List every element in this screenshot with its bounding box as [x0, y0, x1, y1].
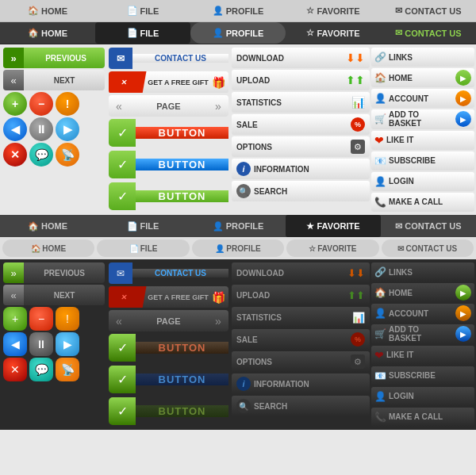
dark-add-button[interactable]: + — [3, 307, 27, 331]
bubble-contact-icon: ✉ — [397, 244, 404, 253]
home-link[interactable]: 🏠 HOME ▶ — [371, 68, 474, 87]
bubble-home[interactable]: 🏠 HOME — [2, 239, 94, 257]
bubble-profile-label: PROFILE — [226, 244, 260, 253]
chat-button[interactable]: 💬 — [29, 143, 53, 167]
search-item[interactable]: 🔍 SEARCH — [232, 181, 370, 201]
button-green[interactable]: ✓ BUTTON — [109, 182, 228, 210]
dark-chat-button[interactable]: 💬 — [29, 358, 53, 381]
minus-button[interactable]: − — [29, 92, 53, 116]
basket-label: ADD TO BASKET — [389, 110, 453, 128]
dark-nav-contact[interactable]: ✉ CONTACT US — [381, 215, 476, 237]
links-header[interactable]: 🔗 LINKS — [371, 48, 474, 67]
bubble-file[interactable]: 📄 FILE — [97, 239, 189, 257]
dark-button-red[interactable]: ✓ BUTTON — [109, 334, 228, 362]
dark-links-header[interactable]: 🔗 LINKS — [371, 262, 474, 282]
options-item[interactable]: OPTIONS ⚙ — [232, 136, 370, 157]
dark-page-button[interactable]: « PAGE » — [109, 310, 228, 331]
like-link[interactable]: ❤ LIKE IT — [371, 131, 474, 150]
dark-login-link[interactable]: 👤 LOGIN — [371, 387, 474, 406]
information-item[interactable]: i INFORMATION — [232, 159, 370, 179]
dark-statistics-item[interactable]: STATISTICS 📊 — [232, 307, 370, 328]
dark-gift-button[interactable]: ✕ GET A FREE GIFT 🎁 — [109, 286, 228, 308]
nav-bar-2: 🏠 HOME 📄 FILE 👤 PROFILE ☆ FAVORITE ✉ CON… — [0, 22, 476, 44]
call-icon: 📞 — [374, 197, 386, 208]
contact-us-button[interactable]: ✉ CONTACT US — [109, 48, 228, 69]
dark-nav-profile[interactable]: 👤 PROFILE — [190, 215, 286, 237]
login-link[interactable]: 👤 LOGIN — [371, 172, 474, 191]
nav-profile-2[interactable]: 👤 PROFILE — [190, 22, 286, 44]
dark-home-link[interactable]: 🏠 HOME ▶ — [371, 283, 474, 302]
pause-button[interactable]: ⏸ — [29, 117, 53, 141]
button-red[interactable]: ✓ BUTTON — [109, 119, 228, 147]
previous-button[interactable]: » PREVIOUS — [3, 48, 105, 68]
nav-favorite-2[interactable]: ☆ FAVORITE — [286, 22, 381, 44]
basket-link[interactable]: 🛒 ADD TO BASKET ▶ — [371, 109, 474, 128]
statistics-item[interactable]: STATISTICS 📊 — [232, 92, 370, 113]
nav-file-2[interactable]: 📄 FILE — [95, 22, 190, 44]
dark-pause-button[interactable]: ⏸ — [29, 332, 53, 356]
dark-check-2: ✓ — [109, 366, 136, 393]
close-button[interactable]: ✕ — [3, 143, 27, 167]
nav-file-1[interactable]: 📄 FILE — [95, 0, 190, 21]
bubble-favorite[interactable]: ☆ FAVORITE — [286, 239, 378, 257]
dark-minus-button[interactable]: − — [29, 307, 53, 331]
dark-back-button[interactable]: ◀ — [3, 332, 27, 356]
dark-close-button[interactable]: ✕ — [3, 358, 27, 381]
account-label: ACCOUNT — [389, 94, 453, 103]
dark-account-link[interactable]: 👤 ACCOUNT ▶ — [371, 304, 474, 323]
check-icon-2: ✓ — [109, 151, 136, 178]
dark-options-item[interactable]: OPTIONS ⚙ — [232, 351, 370, 372]
get-free-gift-button[interactable]: ✕ GET A FREE GIFT 🎁 — [109, 71, 228, 93]
dark-nav-file[interactable]: 📄 FILE — [95, 215, 190, 237]
play-button[interactable]: ▶ — [56, 117, 79, 141]
dark-next-label: NEXT — [24, 285, 105, 305]
dark-nav-home[interactable]: 🏠 HOME — [0, 215, 95, 237]
nav-home-2[interactable]: 🏠 HOME — [0, 22, 95, 44]
dark-basket-link[interactable]: 🛒 ADD TO BASKET ▶ — [371, 324, 474, 343]
information-label: INFORMATION — [254, 165, 365, 174]
search-label: SEARCH — [254, 187, 365, 196]
rss-button[interactable]: 📡 — [56, 143, 79, 167]
dark-alert-button[interactable]: ! — [56, 307, 79, 331]
dark-button-green[interactable]: ✓ BUTTON — [109, 397, 228, 425]
dark-upload-item[interactable]: UPLOAD ⬆⬆ — [232, 285, 370, 305]
next-button[interactable]: « NEXT — [3, 70, 105, 90]
add-button[interactable]: + — [3, 92, 27, 116]
download-label: DOWNLOAD — [236, 54, 343, 63]
dark-rss-button[interactable]: 📡 — [56, 358, 79, 381]
sale-item[interactable]: SALE % — [232, 114, 370, 135]
dark-information-item[interactable]: i INFORMATION — [232, 373, 370, 394]
download-item[interactable]: DOWNLOAD ⬇⬇ — [232, 48, 370, 68]
dark-download-item[interactable]: DOWNLOAD ⬇⬇ — [232, 262, 370, 283]
account-link[interactable]: 👤 ACCOUNT ▶ — [371, 89, 474, 108]
dark-button-blue[interactable]: ✓ BUTTON — [109, 366, 228, 393]
dark-call-link[interactable]: 📞 MAKE A CALL — [371, 408, 474, 427]
page-button[interactable]: « PAGE » — [109, 95, 228, 117]
nav-favorite-1[interactable]: ☆ FAVORITE — [286, 0, 381, 21]
nav-home-1[interactable]: 🏠 HOME — [0, 0, 95, 21]
dark-nav-favorite[interactable]: ★ FAVORITE — [286, 215, 381, 237]
dark-like-link[interactable]: ❤ LIKE IT — [371, 346, 474, 365]
nav-contact-2[interactable]: ✉ CONTACT US — [381, 22, 476, 44]
dark-links-label: LINKS — [389, 268, 471, 277]
button-green-label: BUTTON — [136, 190, 228, 202]
dark-subscribe-link[interactable]: 📧 SUBSCRIBE — [371, 366, 474, 385]
dark-previous-button[interactable]: » PREVIOUS — [3, 262, 105, 283]
dark-heart-icon: ❤ — [374, 349, 384, 362]
bubble-profile[interactable]: 👤 PROFILE — [192, 239, 284, 257]
dark-search-item[interactable]: 🔍 SEARCH — [232, 396, 370, 416]
dark-sale-item[interactable]: SALE % — [232, 329, 370, 350]
call-link[interactable]: 📞 MAKE A CALL — [371, 193, 474, 212]
dark-play-button[interactable]: ▶ — [56, 332, 79, 356]
nav-contact-1[interactable]: ✉ CONTACT US — [381, 0, 476, 21]
nav-profile-1[interactable]: 👤 PROFILE — [190, 0, 286, 21]
dark-contact-button[interactable]: ✉ CONTACT US — [109, 262, 228, 284]
button-blue[interactable]: ✓ BUTTON — [109, 151, 228, 178]
upload-item[interactable]: UPLOAD ⬆⬆ — [232, 70, 370, 90]
subscribe-link[interactable]: 📧 SUBSCRIBE — [371, 151, 474, 170]
back-button[interactable]: ◀ — [3, 117, 27, 141]
alert-button[interactable]: ! — [56, 92, 79, 116]
nav-contact-label-1: CONTACT US — [405, 6, 461, 16]
bubble-contact[interactable]: ✉ CONTACT US — [382, 239, 474, 257]
dark-next-button[interactable]: « NEXT — [3, 285, 105, 305]
